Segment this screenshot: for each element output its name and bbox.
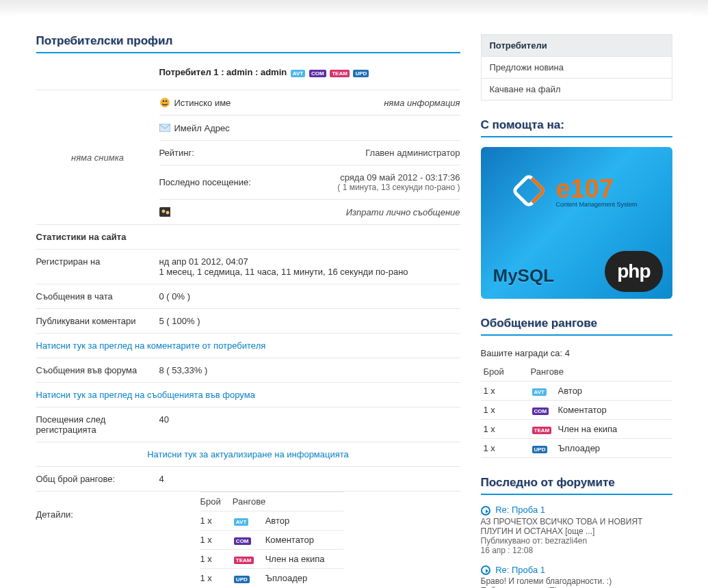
badge-avt: AVT (291, 70, 305, 77)
no-photo: няма снимка (36, 90, 159, 224)
total-ranks-value: 4 (159, 474, 460, 484)
comments-label: Публикувани коментари (36, 316, 159, 326)
badge-com: COM (309, 70, 326, 77)
rating-label: Рейтинг: (159, 148, 194, 158)
forum-item: Re: Проба 1 АЗ ПРОЧЕТОХ ВСИЧКО ТОВА И НО… (481, 505, 672, 555)
side-menu-title: Потребители (482, 35, 672, 56)
page-title: Потребителски профил (36, 34, 460, 53)
rating-value: Главен администратор (365, 148, 460, 158)
table-row: 1 xCOMКоментатор (200, 531, 343, 550)
awards-line: Вашите награди са: 4 (481, 345, 672, 362)
main-column: Потребителски профил Потребител 1 : admi… (36, 34, 460, 588)
view-forum-link[interactable]: Натисни тук за преглед на съобщенията въ… (36, 390, 255, 400)
profile-top: няма снимка Истинско име няма информация… (36, 90, 460, 224)
help-title: С помощта на: (481, 118, 672, 137)
table-row: 1 xTEAMЧлен на екипа (481, 420, 672, 439)
view-comments-link[interactable]: Натисни тук за преглед на коментарите от… (36, 340, 266, 351)
table-row: 1 xUPDЪплоадер (200, 569, 343, 588)
forum-latest-title: Последно от форумите (481, 476, 672, 495)
table-row: 1 xUPDЪплоадер (481, 439, 672, 458)
total-ranks-label: Общ брой рангове: (36, 474, 159, 484)
last-visit-value: сряда 09 май 2012 - 03:17:36 ( 1 минута,… (337, 172, 460, 192)
person-icon (159, 97, 170, 108)
table-row: 1 xAVTАвтор (200, 511, 343, 531)
registered-ago: 1 месец, 1 седмица, 11 часа, 11 минути, … (159, 267, 460, 277)
registered-date: нд апр 01 2012, 04:07 (159, 256, 460, 267)
svg-point-0 (160, 98, 170, 107)
svg-rect-7 (513, 175, 544, 206)
visits-label: Посещения след регистрацията (36, 414, 159, 435)
real-name-label: Истинско име (174, 98, 231, 108)
real-name-value: няма информация (384, 98, 460, 108)
table-row: 1 xCOMКоментатор (481, 401, 672, 420)
registered-label: Регистриран на (36, 256, 159, 277)
badge-com: COM (234, 537, 251, 545)
email-label: Имейл Адрес (174, 123, 230, 133)
forum-value: 8 ( 53,33% ) (159, 365, 460, 375)
bullet-icon (481, 506, 490, 516)
comments-value: 5 ( 100% ) (159, 316, 460, 326)
sidebar: Потребители Предложи новина Качване на ф… (481, 34, 672, 588)
send-pm-link[interactable]: Изпрати лично съобщение (346, 207, 460, 217)
svg-point-1 (162, 101, 164, 103)
update-info-link[interactable]: Натисни тук за актуализиране на информац… (147, 449, 349, 459)
table-row: 1 xTEAMЧлен на екипа (200, 550, 343, 569)
table-row: 1 xAVTАвтор (481, 382, 672, 401)
chat-value: 0 ( 0% ) (159, 291, 460, 302)
chat-label: Съобщения в чата (36, 291, 159, 302)
e107-logo-icon (508, 170, 549, 211)
pm-icon[interactable] (159, 206, 170, 217)
bullet-icon (481, 565, 490, 575)
forum-link[interactable]: Re: Проба 1 (495, 565, 545, 575)
tech-banner: e107Content Management System MySQL php (481, 147, 672, 299)
badge-team: TEAM (330, 70, 350, 77)
php-logo: php (605, 251, 662, 292)
svg-point-2 (165, 101, 167, 103)
stats-title: Статистики на сайта (36, 224, 460, 249)
visits-value: 40 (159, 414, 460, 435)
sidebar-item-upload-file[interactable]: Качване на файл (482, 78, 672, 100)
badge-team: TEAM (234, 557, 254, 564)
mysql-logo: MySQL (493, 265, 555, 286)
last-visit-label: Последно посещение: (159, 177, 251, 187)
svg-point-5 (161, 210, 165, 213)
svg-point-6 (166, 211, 169, 215)
ranks-summary-title: Обобщение рангове (481, 317, 672, 336)
badge-upd: UPD (234, 576, 250, 583)
mail-icon (159, 122, 170, 133)
forum-label: Съобщения във форума (36, 365, 159, 375)
side-menu: Потребители Предложи новина Качване на ф… (481, 34, 672, 101)
details-label: Детайли: (36, 492, 159, 587)
badge-avt: AVT (234, 518, 248, 526)
ranks-summary-table: БройРангове 1 xAVTАвтор 1 xCOMКоментатор… (481, 362, 672, 458)
forum-link[interactable]: Re: Проба 1 (495, 505, 545, 515)
user-headline: Потребител 1 : admin : admin AVT COM TEA… (36, 63, 460, 90)
ranks-detail-table: БройРангове 1 xAVTАвтор 1 xCOMКоментатор… (200, 492, 343, 587)
svg-rect-3 (159, 124, 170, 132)
sidebar-item-submit-news[interactable]: Предложи новина (482, 56, 672, 78)
badge-upd: UPD (353, 70, 369, 77)
info-table: Истинско име няма информация Имейл Адрес… (159, 90, 460, 224)
svg-rect-8 (513, 175, 544, 206)
forum-item: Re: Проба 1 Браво! И големи благодарност… (481, 565, 672, 588)
